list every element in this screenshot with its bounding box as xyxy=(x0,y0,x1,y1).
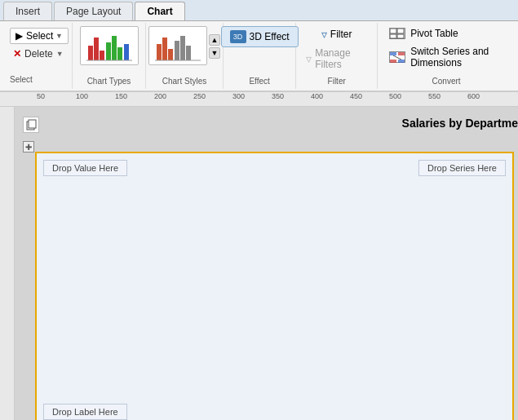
svg-rect-1 xyxy=(94,38,99,60)
svg-rect-6 xyxy=(124,44,129,60)
svg-rect-3 xyxy=(106,42,111,60)
bar-chart-svg xyxy=(85,29,134,62)
move-handle[interactable]: ✚ xyxy=(23,141,34,153)
delete-button[interactable]: ✕ Delete ▼ xyxy=(10,46,67,61)
svg-rect-5 xyxy=(117,47,122,60)
svg-rect-23 xyxy=(398,60,405,63)
tab-insert[interactable]: Insert xyxy=(3,2,52,20)
svg-rect-16 xyxy=(397,29,404,33)
svg-rect-25 xyxy=(29,120,36,128)
select-arrow-icon: ▼ xyxy=(55,32,63,40)
delete-arrow-icon: ▼ xyxy=(56,50,64,58)
canvas-area: Salaries by Departme ✚ Drop Value Here D… xyxy=(15,107,518,420)
chart-types-label: Chart Types xyxy=(87,75,131,86)
svg-rect-19 xyxy=(390,52,396,55)
select-group: ▶ Select ▼ ✕ Delete ▼ Select xyxy=(3,23,73,89)
svg-rect-11 xyxy=(175,41,179,60)
style-down-arrow[interactable]: ▼ xyxy=(209,47,220,59)
convert-label: Convert xyxy=(432,75,461,86)
chart-style-icon[interactable] xyxy=(148,26,207,65)
svg-rect-15 xyxy=(390,29,396,33)
drop-series-zone[interactable]: Drop Series Here xyxy=(418,160,506,176)
chart-types-group: Chart Types xyxy=(73,23,146,89)
drop-label-zone[interactable]: Drop Label Here xyxy=(43,404,127,420)
toolbar: ▶ Select ▼ ✕ Delete ▼ Select xyxy=(0,21,518,91)
filter-label: Filter xyxy=(328,75,346,86)
vertical-ruler xyxy=(0,107,15,420)
chart-title: Salaries by Departme xyxy=(402,117,518,130)
horizontal-ruler: 50 100 150 200 250 300 350 400 450 500 5… xyxy=(0,92,518,107)
convert-group: Pivot Table Switch Series and Dimensions… xyxy=(378,23,515,89)
chart-styles-group: ▲ ▼ Chart Styles xyxy=(146,23,224,89)
filter-group: ▿ Filter ▿ Manage Filters Filter xyxy=(296,23,378,89)
svg-rect-0 xyxy=(88,46,93,60)
drop-value-zone[interactable]: Drop Value Here xyxy=(43,160,127,176)
effect-button[interactable]: 3D 3D Effect xyxy=(221,26,299,47)
svg-rect-2 xyxy=(100,51,104,60)
svg-rect-22 xyxy=(390,60,396,63)
svg-rect-9 xyxy=(162,38,167,60)
manage-filters-button[interactable]: ▿ Manage Filters xyxy=(303,46,370,72)
ribbon: Insert Page Layout Chart ▶ Select ▼ ✕ De… xyxy=(0,0,518,92)
chart-styles-label: Chart Styles xyxy=(162,75,206,86)
tab-page-layout[interactable]: Page Layout xyxy=(54,2,133,20)
drop-label-label: Drop Label Here xyxy=(43,404,127,420)
drop-value-label: Drop Value Here xyxy=(43,160,127,176)
cursor-icon: ▶ xyxy=(15,30,23,42)
copy-icon-button[interactable] xyxy=(23,117,39,133)
filter-icon: ▿ xyxy=(321,28,327,41)
select-button[interactable]: ▶ Select ▼ xyxy=(10,28,69,44)
effect-label: Effect xyxy=(249,75,269,86)
style-up-arrow[interactable]: ▲ xyxy=(209,34,220,46)
pivot-table-icon xyxy=(389,28,405,39)
switch-series-button[interactable]: Switch Series and Dimensions xyxy=(384,44,508,70)
chart-style-svg xyxy=(153,29,202,62)
main-area: Salaries by Departme ✚ Drop Value Here D… xyxy=(0,107,518,420)
move-icon: ✚ xyxy=(25,143,32,152)
svg-rect-17 xyxy=(390,34,396,38)
svg-rect-4 xyxy=(112,36,117,60)
chart-box: Drop Value Here Drop Series Here Drop La… xyxy=(35,152,514,420)
3d-effect-icon: 3D xyxy=(230,30,246,43)
switch-series-icon xyxy=(389,51,405,63)
manage-filter-icon: ▿ xyxy=(306,52,312,65)
svg-rect-12 xyxy=(180,36,185,60)
chart-type-icon[interactable] xyxy=(80,26,139,65)
tab-chart[interactable]: Chart xyxy=(135,2,184,20)
select-group-label: Select xyxy=(10,73,33,84)
pivot-table-button[interactable]: Pivot Table xyxy=(384,26,508,41)
svg-rect-8 xyxy=(157,44,162,60)
svg-line-21 xyxy=(393,55,401,60)
filter-button[interactable]: ▿ Filter xyxy=(318,26,356,42)
tab-bar: Insert Page Layout Chart xyxy=(0,0,518,21)
delete-x-icon: ✕ xyxy=(13,48,21,60)
svg-rect-13 xyxy=(186,46,191,60)
drop-series-label: Drop Series Here xyxy=(418,160,506,176)
effect-group: 3D 3D Effect Effect xyxy=(224,23,296,89)
svg-rect-20 xyxy=(398,52,405,55)
copy-icon xyxy=(25,119,37,130)
svg-rect-18 xyxy=(397,34,404,38)
svg-rect-10 xyxy=(168,49,173,60)
